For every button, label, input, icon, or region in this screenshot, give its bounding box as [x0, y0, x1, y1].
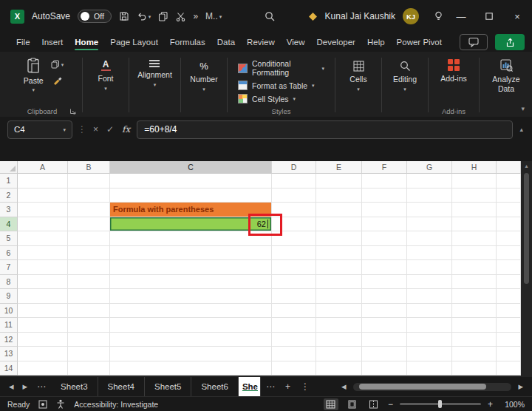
cell-G12[interactable] [407, 333, 452, 347]
cell-A8[interactable] [18, 275, 68, 290]
cell-F2[interactable] [362, 188, 407, 203]
sheet-options-icon[interactable]: ⋮ [296, 381, 315, 392]
normal-view-icon[interactable] [324, 398, 338, 410]
cell-H4[interactable] [452, 217, 497, 232]
vertical-scrollbar[interactable]: ▴ [521, 161, 532, 377]
more-commands-icon[interactable]: » [193, 11, 198, 21]
copy-small-icon[interactable]: ▾ [51, 60, 64, 69]
collapse-ribbon-icon[interactable]: ▾ [521, 105, 525, 112]
cells-group-button[interactable]: Cells ▾ [339, 55, 378, 117]
cell-G8[interactable] [407, 275, 452, 290]
column-header-D[interactable]: D [272, 161, 316, 174]
column-header-C[interactable]: C [110, 161, 272, 174]
hscroll-right-icon[interactable]: ▶ [514, 383, 528, 390]
cell-E1[interactable] [316, 174, 362, 188]
cell-H5[interactable] [452, 231, 497, 246]
cell-E11[interactable] [316, 318, 362, 333]
row-header-9[interactable]: 9 [0, 289, 18, 304]
cell-E14[interactable] [316, 361, 362, 376]
row-header-7[interactable]: 7 [0, 260, 18, 275]
cell-H11[interactable] [452, 318, 497, 333]
cell-F14[interactable] [362, 361, 407, 376]
close-button[interactable]: × [507, 11, 528, 22]
cancel-icon[interactable]: × [92, 124, 100, 135]
zoom-out-button[interactable]: − [388, 399, 393, 410]
excel-logo-icon[interactable]: X [10, 10, 24, 24]
menu-tab-help[interactable]: Help [361, 34, 391, 50]
cell-D10[interactable] [272, 304, 316, 319]
styles-item-format-as-table[interactable]: Format as Table▾ [236, 79, 327, 92]
cell-D2[interactable] [272, 188, 316, 203]
cell-A7[interactable] [18, 260, 68, 275]
column-header-F[interactable]: F [362, 161, 407, 174]
row-header-1[interactable]: 1 [0, 174, 18, 188]
menu-tab-page-layout[interactable]: Page Layout [104, 34, 164, 50]
cell-H9[interactable] [452, 289, 497, 304]
sheet-nav-right-icon[interactable]: ▶ [18, 383, 33, 390]
menu-tab-file[interactable]: File [10, 34, 36, 50]
row-header-5[interactable]: 5 [0, 231, 18, 246]
cell-G2[interactable] [407, 188, 452, 203]
horizontal-scroll-thumb[interactable] [359, 384, 486, 390]
insert-function-button[interactable]: fx [120, 124, 132, 135]
enter-icon[interactable]: ✓ [105, 124, 115, 135]
macro-record-icon[interactable] [38, 400, 47, 409]
cell-B9[interactable] [68, 289, 110, 304]
menu-tab-review[interactable]: Review [241, 34, 281, 50]
row-header-8[interactable]: 8 [0, 275, 18, 290]
cell-B12[interactable] [68, 333, 110, 347]
sheet-tab-sheet6[interactable]: Sheet6 [191, 377, 238, 396]
cell-A10[interactable] [18, 304, 68, 319]
accessibility-icon[interactable] [56, 399, 65, 409]
avatar[interactable]: KJ [403, 8, 419, 24]
cell-E13[interactable] [316, 347, 362, 361]
sheet-tab-sheet3[interactable]: Sheet3 [51, 377, 98, 396]
save-icon[interactable] [119, 11, 129, 21]
cell-A5[interactable] [18, 231, 68, 246]
cell-B6[interactable] [68, 246, 110, 261]
cell-D14[interactable] [272, 361, 316, 376]
cell-E8[interactable] [316, 275, 362, 290]
accessibility-status[interactable]: Accessibility: Investigate [74, 400, 158, 409]
cell-G9[interactable] [407, 289, 452, 304]
ribbon-group-font[interactable]: AFont▾ [86, 55, 125, 117]
cut-icon[interactable] [176, 12, 185, 21]
column-header-B[interactable]: B [68, 161, 110, 174]
cell-F9[interactable] [362, 289, 407, 304]
search-icon[interactable] [265, 11, 276, 22]
cell-E10[interactable] [316, 304, 362, 319]
cell-A9[interactable] [18, 289, 68, 304]
menu-tab-developer[interactable]: Developer [311, 34, 361, 50]
format-painter-icon[interactable] [51, 75, 64, 85]
cell-G5[interactable] [407, 231, 452, 246]
row-header-12[interactable]: 12 [0, 333, 18, 347]
cell-B13[interactable] [68, 347, 110, 361]
cell-C8[interactable] [110, 275, 272, 290]
cell-F6[interactable] [362, 246, 407, 261]
analyze-data-button[interactable]: Analyze Data [483, 55, 529, 93]
maximize-button[interactable] [479, 13, 499, 20]
row-header-14[interactable]: 14 [0, 361, 18, 376]
scroll-up-icon[interactable]: ▴ [525, 163, 528, 169]
cell-C14[interactable] [110, 361, 272, 376]
cell-C1[interactable] [110, 174, 272, 188]
cell-H6[interactable] [452, 246, 497, 261]
cell-A3[interactable] [18, 203, 68, 217]
cell-D12[interactable] [272, 333, 316, 347]
styles-item-cell-styles[interactable]: Cell Styles▾ [236, 92, 327, 105]
cell-F10[interactable] [362, 304, 407, 319]
cell-F3[interactable] [362, 203, 407, 217]
hscroll-track[interactable] [353, 383, 512, 391]
zoom-level[interactable]: 100% [499, 400, 525, 409]
cell-A6[interactable] [18, 246, 68, 261]
cell-B8[interactable] [68, 275, 110, 290]
cell-B7[interactable] [68, 260, 110, 275]
cell-E7[interactable] [316, 260, 362, 275]
cell-D9[interactable] [272, 289, 316, 304]
name-box[interactable]: C4 ▾ [7, 120, 72, 139]
cell-A13[interactable] [18, 347, 68, 361]
horizontal-scrollbar[interactable]: ◀ ▶ [337, 381, 528, 393]
column-header-H[interactable]: H [452, 161, 497, 174]
cell-H8[interactable] [452, 275, 497, 290]
hscroll-left-icon[interactable]: ◀ [337, 383, 351, 390]
